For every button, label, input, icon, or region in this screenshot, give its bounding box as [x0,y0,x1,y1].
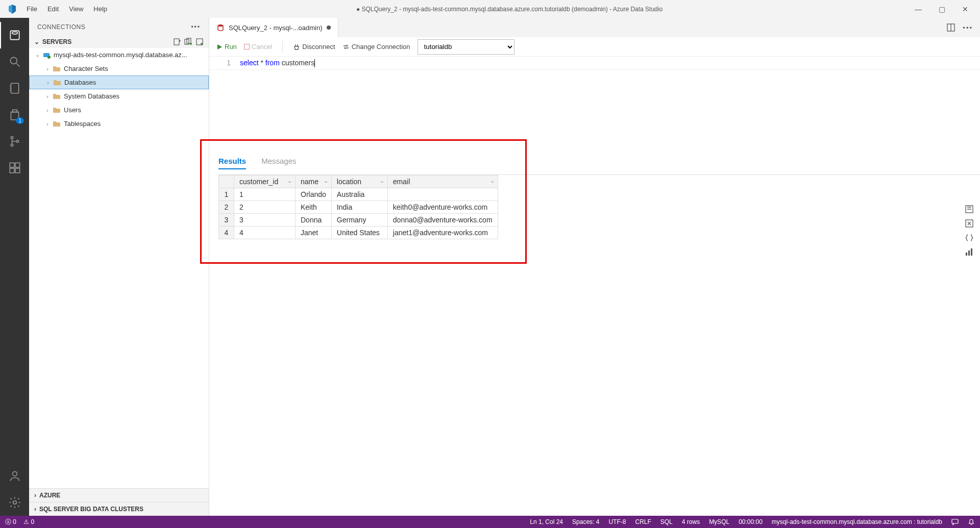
change-connection-button[interactable]: Change Connection [342,43,410,51]
status-eol[interactable]: CRLF [635,518,651,525]
activity-account-icon[interactable] [0,463,29,489]
svg-rect-12 [10,168,14,173]
chevron-right-icon: › [43,107,52,113]
status-warnings[interactable]: ⚠ 0 [23,518,34,525]
activity-extensions-icon[interactable] [0,155,29,181]
tree-system-databases[interactable]: › System Databases [29,89,209,103]
code-editor[interactable]: 1 select * from customers [209,57,980,70]
minimize-button[interactable]: — [906,5,930,13]
tree-label: System Databases [64,92,119,100]
dirty-indicator-icon [327,26,331,30]
results-grid[interactable]: customer_id⌄name⌄location⌄email⌄ 11Orlan… [218,175,498,239]
save-json-icon[interactable] [965,233,974,242]
chevron-down-icon: ⌄ [33,52,41,58]
database-select[interactable]: tutorialdb [418,39,514,55]
activity-search-icon[interactable] [0,48,29,75]
titlebar: File Edit View Help ● SQLQuery_2 - mysql… [0,0,980,18]
save-csv-icon[interactable] [965,205,974,214]
collapse-all-icon[interactable] [195,38,204,46]
new-group-icon[interactable] [184,38,192,46]
badge: 1 [16,117,24,124]
menu-view[interactable]: View [64,2,88,16]
section-bigdata[interactable]: ›SQL SERVER BIG DATA CLUSTERS [29,502,209,516]
sql-file-icon [216,23,225,32]
result-actions [965,205,974,257]
table-row[interactable]: 22KeithIndiakeith0@adventure-works.com [219,201,498,214]
section-servers[interactable]: SERVERS [42,38,71,45]
section-azure[interactable]: ›AZURE [29,488,209,502]
svg-rect-4 [11,83,18,93]
more-icon[interactable]: ••• [191,23,201,31]
tree-tablespaces[interactable]: › Tablespaces [29,117,209,131]
activitybar: 1 [0,18,29,516]
activity-settings-icon[interactable] [0,489,29,516]
svg-point-1 [12,32,17,34]
svg-rect-33 [952,519,958,523]
status-position[interactable]: Ln 1, Col 24 [530,518,563,525]
status-connection[interactable]: mysql-ads-test-common.mysql.database.azu… [772,518,942,525]
status-rows[interactable]: 4 rows [682,518,700,525]
status-encoding[interactable]: UTF-8 [608,518,626,525]
table-row[interactable]: 44JanetUnited Statesjanet1@adventure-wor… [219,227,498,239]
editor-area: SQLQuery_2 - mysql-...oadmin) ••• Run Ca… [209,18,980,516]
status-language[interactable]: SQL [660,518,673,525]
svg-rect-14 [15,163,20,167]
window-title: ● SQLQuery_2 - mysql-ads-test-common.mys… [112,6,906,13]
save-excel-icon[interactable] [965,219,974,228]
status-time[interactable]: 00:00:00 [739,518,763,525]
menu-file[interactable]: File [21,2,42,16]
folder-icon [53,65,61,72]
cancel-button: Cancel [244,43,272,51]
split-editor-icon[interactable] [946,23,955,32]
chart-icon[interactable] [965,247,974,257]
line-number: 1 [209,57,240,69]
run-button[interactable]: Run [216,43,237,51]
column-header[interactable]: name⌄ [296,175,332,188]
more-icon[interactable]: ••• [963,24,973,32]
chevron-right-icon: › [43,93,52,99]
svg-point-24 [47,56,51,59]
disconnect-button[interactable]: Disconnect [293,43,335,51]
tab-label: SQLQuery_2 - mysql-...oadmin) [229,24,323,32]
tab-results[interactable]: Results [218,157,246,169]
column-header[interactable]: email⌄ [387,175,498,188]
server-icon [42,51,51,59]
svg-point-9 [11,144,13,146]
tree-databases[interactable]: › Databases [29,76,209,89]
editor-tab[interactable]: SQLQuery_2 - mysql-...oadmin) [209,18,338,37]
svg-point-15 [12,471,17,476]
tree-server[interactable]: ⌄ mysql-ads-test-common.mysql.database.a… [29,48,209,62]
column-header[interactable]: location⌄ [331,175,387,188]
svg-point-22 [201,43,203,45]
tree-character-sets[interactable]: › Character Sets [29,62,209,76]
status-errors[interactable]: ⓧ 0 [5,518,16,526]
table-row[interactable]: 33DonnaGermanydonna0@adventure-works.com [219,214,498,227]
activity-explorer-icon[interactable]: 1 [0,102,29,128]
sidebar-title: CONNECTIONS [37,23,85,31]
chevron-down-icon[interactable]: ⌄ [34,38,39,45]
menubar: File Edit View Help [21,2,112,16]
status-feedback-icon[interactable] [951,518,959,525]
menu-help[interactable]: Help [88,2,112,16]
table-row[interactable]: 11OrlandoAustralia [219,188,498,201]
svg-point-2 [10,57,17,64]
maximize-button[interactable]: ▢ [930,5,953,13]
status-bell-icon[interactable] [968,518,975,525]
new-connection-icon[interactable] [173,38,181,46]
activity-connections-icon[interactable] [0,22,29,48]
tree-users[interactable]: › Users [29,103,209,117]
tree-label: Character Sets [64,65,108,72]
close-button[interactable]: ✕ [953,5,977,13]
activity-notebooks-icon[interactable] [0,75,29,102]
tab-messages[interactable]: Messages [261,157,296,169]
status-spaces[interactable]: Spaces: 4 [572,518,599,525]
svg-point-20 [190,43,192,45]
folder-icon [53,107,61,114]
activity-source-control-icon[interactable] [0,128,29,155]
svg-rect-13 [15,168,20,173]
folder-icon [53,79,61,86]
column-header[interactable]: customer_id⌄ [234,175,296,188]
sidebar: CONNECTIONS ••• ⌄ SERVERS ⌄ mysql-ads-te… [29,18,209,516]
status-engine[interactable]: MySQL [709,518,729,525]
menu-edit[interactable]: Edit [42,2,64,16]
